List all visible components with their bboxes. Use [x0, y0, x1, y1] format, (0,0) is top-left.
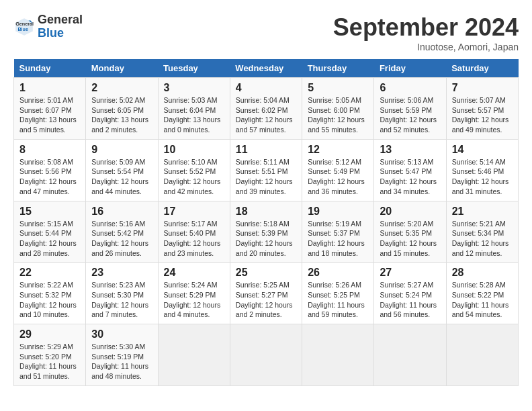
logo-icon: General Blue — [13, 16, 35, 38]
day-number: 11 — [236, 144, 296, 156]
day-info: Sunrise: 5:06 AM Sunset: 5:59 PM Dayligh… — [380, 95, 440, 135]
day-info: Sunrise: 5:29 AM Sunset: 5:20 PM Dayligh… — [19, 342, 80, 381]
day-number: 23 — [91, 267, 152, 279]
day-number: 30 — [91, 328, 152, 340]
table-row: 22 Sunrise: 5:22 AM Sunset: 5:32 PM Dayl… — [14, 263, 86, 324]
day-info: Sunrise: 5:17 AM Sunset: 5:40 PM Dayligh… — [164, 219, 224, 259]
day-number: 22 — [19, 267, 80, 279]
day-number: 2 — [91, 82, 152, 94]
day-info: Sunrise: 5:08 AM Sunset: 5:56 PM Dayligh… — [19, 157, 80, 197]
calendar-header-row: Sunday Monday Tuesday Wednesday Thursday… — [14, 59, 519, 78]
table-row: 17 Sunrise: 5:17 AM Sunset: 5:40 PM Dayl… — [158, 201, 230, 263]
table-row: 23 Sunrise: 5:23 AM Sunset: 5:30 PM Dayl… — [86, 263, 158, 324]
table-row: 4 Sunrise: 5:04 AM Sunset: 6:02 PM Dayli… — [230, 78, 302, 140]
col-wednesday: Wednesday — [230, 59, 302, 78]
day-info: Sunrise: 5:13 AM Sunset: 5:47 PM Dayligh… — [380, 157, 440, 197]
day-number: 9 — [91, 144, 152, 156]
title-block: September 2024 Inuotose, Aomori, Japan — [333, 13, 519, 52]
day-info: Sunrise: 5:15 AM Sunset: 5:44 PM Dayligh… — [19, 219, 80, 259]
day-number: 12 — [308, 144, 368, 156]
table-row: 28 Sunrise: 5:28 AM Sunset: 5:22 PM Dayl… — [446, 263, 518, 324]
table-row: 10 Sunrise: 5:10 AM Sunset: 5:52 PM Dayl… — [158, 139, 230, 201]
day-info: Sunrise: 5:26 AM Sunset: 5:25 PM Dayligh… — [308, 280, 368, 320]
day-info: Sunrise: 5:04 AM Sunset: 6:02 PM Dayligh… — [236, 95, 296, 135]
logo-blue: Blue — [38, 26, 64, 40]
table-row — [374, 324, 446, 386]
day-info: Sunrise: 5:10 AM Sunset: 5:52 PM Dayligh… — [164, 157, 224, 197]
day-number: 21 — [452, 205, 513, 218]
day-info: Sunrise: 5:01 AM Sunset: 6:07 PM Dayligh… — [19, 95, 80, 135]
col-thursday: Thursday — [302, 59, 374, 78]
day-info: Sunrise: 5:20 AM Sunset: 5:35 PM Dayligh… — [380, 219, 440, 259]
col-monday: Monday — [86, 59, 158, 78]
day-info: Sunrise: 5:25 AM Sunset: 5:27 PM Dayligh… — [236, 280, 296, 320]
calendar-week-3: 15 Sunrise: 5:15 AM Sunset: 5:44 PM Dayl… — [14, 201, 519, 263]
table-row: 14 Sunrise: 5:14 AM Sunset: 5:46 PM Dayl… — [446, 139, 518, 201]
day-number: 15 — [19, 205, 80, 218]
day-number: 7 — [452, 82, 513, 94]
day-number: 29 — [19, 328, 80, 340]
day-number: 20 — [380, 205, 440, 218]
day-info: Sunrise: 5:03 AM Sunset: 6:04 PM Dayligh… — [164, 95, 224, 135]
day-info: Sunrise: 5:19 AM Sunset: 5:37 PM Dayligh… — [308, 219, 368, 259]
day-info: Sunrise: 5:02 AM Sunset: 6:05 PM Dayligh… — [91, 95, 152, 135]
location-subtitle: Inuotose, Aomori, Japan — [333, 42, 519, 52]
table-row: 8 Sunrise: 5:08 AM Sunset: 5:56 PM Dayli… — [14, 139, 86, 201]
table-row — [302, 324, 374, 386]
day-number: 3 — [164, 82, 224, 94]
col-tuesday: Tuesday — [158, 59, 230, 78]
table-row: 21 Sunrise: 5:21 AM Sunset: 5:34 PM Dayl… — [446, 201, 518, 263]
calendar-week-5: 29 Sunrise: 5:29 AM Sunset: 5:20 PM Dayl… — [14, 324, 519, 386]
day-info: Sunrise: 5:28 AM Sunset: 5:22 PM Dayligh… — [452, 280, 513, 320]
table-row: 2 Sunrise: 5:02 AM Sunset: 6:05 PM Dayli… — [86, 78, 158, 140]
day-number: 1 — [19, 82, 80, 94]
logo-general: General — [38, 13, 83, 26]
logo-text: General Blue — [38, 13, 83, 40]
day-info: Sunrise: 5:07 AM Sunset: 5:57 PM Dayligh… — [452, 95, 513, 135]
col-friday: Friday — [374, 59, 446, 78]
day-number: 6 — [380, 82, 440, 94]
logo: General Blue General Blue — [13, 13, 83, 40]
table-row: 11 Sunrise: 5:11 AM Sunset: 5:51 PM Dayl… — [230, 139, 302, 201]
day-info: Sunrise: 5:27 AM Sunset: 5:24 PM Dayligh… — [380, 280, 440, 320]
day-info: Sunrise: 5:12 AM Sunset: 5:49 PM Dayligh… — [308, 157, 368, 197]
day-info: Sunrise: 5:05 AM Sunset: 6:00 PM Dayligh… — [308, 95, 368, 135]
calendar-week-2: 8 Sunrise: 5:08 AM Sunset: 5:56 PM Dayli… — [14, 139, 519, 201]
table-row — [230, 324, 302, 386]
table-row: 19 Sunrise: 5:19 AM Sunset: 5:37 PM Dayl… — [302, 201, 374, 263]
day-number: 17 — [164, 205, 224, 218]
day-info: Sunrise: 5:30 AM Sunset: 5:19 PM Dayligh… — [91, 342, 152, 381]
day-number: 25 — [236, 267, 296, 279]
calendar-week-1: 1 Sunrise: 5:01 AM Sunset: 6:07 PM Dayli… — [14, 78, 519, 140]
day-info: Sunrise: 5:22 AM Sunset: 5:32 PM Dayligh… — [19, 280, 80, 320]
month-title: September 2024 — [333, 13, 519, 42]
table-row: 3 Sunrise: 5:03 AM Sunset: 6:04 PM Dayli… — [158, 78, 230, 140]
calendar-week-4: 22 Sunrise: 5:22 AM Sunset: 5:32 PM Dayl… — [14, 263, 519, 324]
day-info: Sunrise: 5:09 AM Sunset: 5:54 PM Dayligh… — [91, 157, 152, 197]
day-number: 19 — [308, 205, 368, 218]
day-number: 27 — [380, 267, 440, 279]
day-info: Sunrise: 5:21 AM Sunset: 5:34 PM Dayligh… — [452, 219, 513, 259]
day-number: 18 — [236, 205, 296, 218]
table-row — [446, 324, 518, 386]
table-row: 27 Sunrise: 5:27 AM Sunset: 5:24 PM Dayl… — [374, 263, 446, 324]
day-number: 28 — [452, 267, 513, 279]
table-row: 30 Sunrise: 5:30 AM Sunset: 5:19 PM Dayl… — [86, 324, 158, 386]
calendar-table: Sunday Monday Tuesday Wednesday Thursday… — [13, 59, 519, 386]
table-row: 6 Sunrise: 5:06 AM Sunset: 5:59 PM Dayli… — [374, 78, 446, 140]
table-row: 26 Sunrise: 5:26 AM Sunset: 5:25 PM Dayl… — [302, 263, 374, 324]
page-header: General Blue General Blue September 2024… — [13, 13, 519, 52]
day-number: 26 — [308, 267, 368, 279]
table-row: 13 Sunrise: 5:13 AM Sunset: 5:47 PM Dayl… — [374, 139, 446, 201]
col-saturday: Saturday — [446, 59, 518, 78]
table-row: 16 Sunrise: 5:16 AM Sunset: 5:42 PM Dayl… — [86, 201, 158, 263]
day-info: Sunrise: 5:16 AM Sunset: 5:42 PM Dayligh… — [91, 219, 152, 259]
day-number: 4 — [236, 82, 296, 94]
day-info: Sunrise: 5:23 AM Sunset: 5:30 PM Dayligh… — [91, 280, 152, 320]
table-row: 24 Sunrise: 5:24 AM Sunset: 5:29 PM Dayl… — [158, 263, 230, 324]
day-number: 8 — [19, 144, 80, 156]
table-row: 18 Sunrise: 5:18 AM Sunset: 5:39 PM Dayl… — [230, 201, 302, 263]
day-number: 13 — [380, 144, 440, 156]
day-number: 24 — [164, 267, 224, 279]
table-row: 1 Sunrise: 5:01 AM Sunset: 6:07 PM Dayli… — [14, 78, 86, 140]
